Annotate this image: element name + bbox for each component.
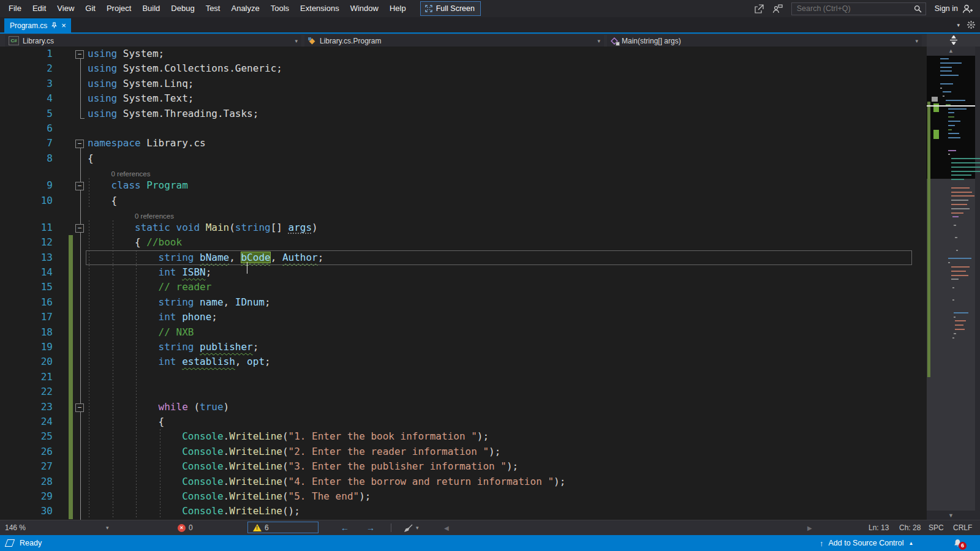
- minimap[interactable]: [927, 56, 975, 511]
- menu-item-analyze[interactable]: Analyze: [225, 0, 265, 17]
- pin-icon[interactable]: [51, 22, 57, 29]
- menu-item-build[interactable]: Build: [137, 0, 165, 17]
- member-dropdown[interactable]: Main(string[] args) ▾: [607, 35, 922, 47]
- code-line-8[interactable]: 8{: [0, 151, 927, 166]
- scroll-down-arrow[interactable]: ▼: [927, 512, 975, 520]
- space-indicator[interactable]: SPC: [929, 520, 944, 535]
- search-icon[interactable]: [914, 5, 922, 13]
- change-tracking-bar: [69, 370, 73, 384]
- line-number: 6: [0, 121, 53, 136]
- minimap-caret-line: [927, 105, 975, 107]
- code-line-24[interactable]: 24 {: [0, 414, 927, 429]
- code-line-15[interactable]: 15 // reader: [0, 280, 927, 294]
- menu-item-help[interactable]: Help: [384, 0, 412, 17]
- error-indicator[interactable]: × 0: [178, 520, 193, 535]
- tab-program-cs[interactable]: Program.cs ×: [4, 18, 71, 32]
- zoom-dropdown[interactable]: 146 % ▾: [5, 520, 115, 535]
- code-line-21[interactable]: 21: [0, 370, 927, 384]
- source-control-label: Add to Source Control: [829, 539, 904, 547]
- minimap-scrollbar[interactable]: ▲ ▼: [927, 47, 980, 520]
- code-line-6[interactable]: 6: [0, 121, 927, 136]
- code-line-13[interactable]: 13 string bName, bCode, Author;: [0, 250, 927, 265]
- code-line-7[interactable]: 7−namespace Library.cs: [0, 136, 927, 151]
- menu-item-tools[interactable]: Tools: [265, 0, 295, 17]
- search-box[interactable]: [791, 2, 926, 15]
- split-editor-handle[interactable]: [927, 34, 980, 47]
- code-line-2[interactable]: 2using System.Collections.Generic;: [0, 61, 927, 76]
- warning-indicator[interactable]: 6: [247, 522, 318, 533]
- sign-in-button[interactable]: Sign in: [935, 4, 973, 13]
- menu-item-file[interactable]: File: [3, 0, 27, 17]
- code-line-23[interactable]: 23− while (true): [0, 400, 927, 414]
- fold-collapse-button[interactable]: −: [75, 224, 84, 233]
- code-line-14[interactable]: 14 int ISBN;: [0, 265, 927, 280]
- fold-collapse-button[interactable]: −: [75, 140, 84, 148]
- menu-item-extensions[interactable]: Extensions: [295, 0, 345, 17]
- codelens-references[interactable]: 0 references: [135, 212, 174, 220]
- code-line-28[interactable]: 28 Console.WriteLine("4. Enter the borro…: [0, 474, 927, 489]
- eol-indicator[interactable]: CRLF: [953, 520, 972, 535]
- code-line-19[interactable]: 19 string publisher;: [0, 340, 927, 354]
- code-line-27[interactable]: 27 Console.WriteLine("3. Enter the publi…: [0, 459, 927, 474]
- file-dropdown-label: Library.cs: [23, 37, 54, 45]
- navigate-back-button[interactable]: ←: [341, 520, 349, 535]
- fold-collapse-button[interactable]: −: [75, 50, 84, 59]
- line-number: 1: [0, 47, 53, 61]
- code-line-5[interactable]: 5using System.Threading.Tasks;: [0, 107, 927, 121]
- active-files-dropdown-icon[interactable]: ▾: [957, 22, 960, 28]
- code-line-1[interactable]: 1−using System;: [0, 47, 927, 61]
- add-to-source-control-button[interactable]: ↑ Add to Source Control ▲: [820, 536, 913, 550]
- current-line: string bName, bCode, Author;: [86, 250, 912, 265]
- close-icon[interactable]: ×: [61, 21, 66, 29]
- code-line-3[interactable]: 3using System.Linq;: [0, 77, 927, 91]
- code-line-16[interactable]: 16 string name, IDnum;: [0, 295, 927, 310]
- minimap-line: [940, 83, 953, 84]
- menu-item-debug[interactable]: Debug: [165, 0, 200, 17]
- code-line-20[interactable]: 20 int establish, opt;: [0, 354, 927, 369]
- minimap-line: [952, 216, 959, 217]
- codelens-references[interactable]: 0 references: [111, 170, 151, 178]
- fold-collapse-button[interactable]: −: [75, 403, 84, 412]
- notifications-bell-button[interactable]: 6: [953, 536, 962, 550]
- menu-item-view[interactable]: View: [51, 0, 80, 17]
- file-dropdown[interactable]: C# Library.cs ▾: [5, 35, 301, 47]
- share-icon[interactable]: [754, 4, 764, 13]
- minimap-line: [951, 174, 972, 176]
- code-line-9[interactable]: 9− class Program: [0, 178, 927, 193]
- search-input[interactable]: [796, 4, 914, 13]
- menu-item-window[interactable]: Window: [345, 0, 384, 17]
- hscroll-left-arrow[interactable]: ◀: [444, 520, 449, 535]
- column-indicator[interactable]: Ch: 28: [899, 520, 921, 535]
- code-line-4[interactable]: 4using System.Text;: [0, 91, 927, 106]
- code-cleanup-broom-button[interactable]: ▾: [404, 520, 419, 535]
- code-line-25[interactable]: 25 Console.WriteLine("1. Enter the book …: [0, 429, 927, 444]
- line-indicator[interactable]: Ln: 13: [869, 520, 889, 535]
- code-editor[interactable]: 1−using System;2using System.Collections…: [0, 47, 980, 520]
- ready-label: Ready: [20, 539, 42, 547]
- code-line-26[interactable]: 26 Console.WriteLine("2. Enter the reade…: [0, 444, 927, 459]
- full-screen-button[interactable]: Full Screen: [420, 1, 481, 16]
- menu-item-test[interactable]: Test: [200, 0, 226, 17]
- code-line-17[interactable]: 17 int phone;: [0, 310, 927, 324]
- fold-collapse-button[interactable]: −: [75, 182, 84, 190]
- navigate-forward-button[interactable]: →: [366, 520, 375, 535]
- scroll-up-arrow[interactable]: ▲: [927, 47, 975, 56]
- minimap-line: [951, 167, 980, 168]
- hscroll-right-arrow[interactable]: ▶: [807, 520, 812, 535]
- menu-item-git[interactable]: Git: [80, 0, 101, 17]
- code-line-12[interactable]: 12 { //book: [0, 235, 927, 250]
- feedback-icon[interactable]: [772, 4, 783, 13]
- code-line-10[interactable]: 10 {: [0, 193, 927, 208]
- window-options-gear-icon[interactable]: [967, 21, 975, 29]
- code-line-18[interactable]: 18 // NXB: [0, 325, 927, 340]
- code-text: // NXB: [86, 325, 912, 340]
- menu-item-project[interactable]: Project: [101, 0, 137, 17]
- code-line-11[interactable]: 11− static void Main(string[] args): [0, 220, 927, 235]
- menu-item-edit[interactable]: Edit: [27, 0, 51, 17]
- code-line-30[interactable]: 30 Console.WriteLine();: [0, 504, 927, 519]
- minimap-line: [948, 108, 966, 110]
- code-line-29[interactable]: 29 Console.WriteLine("5. The end");: [0, 489, 927, 504]
- minimap-line: [954, 312, 968, 313]
- type-dropdown[interactable]: Library.cs.Program ▾: [304, 35, 604, 47]
- code-line-22[interactable]: 22: [0, 384, 927, 399]
